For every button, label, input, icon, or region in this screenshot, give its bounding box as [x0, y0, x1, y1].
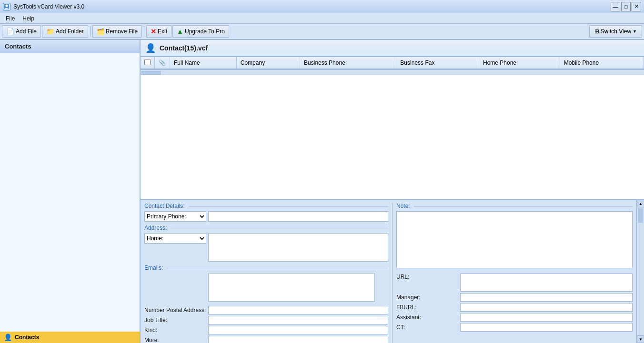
remove-file-button[interactable]: 🗂️ Remove File — [92, 25, 142, 38]
add-folder-icon: 📁 — [46, 28, 54, 35]
sidebar: Contacts 👤 Contacts — [0, 40, 141, 343]
menu-file[interactable]: File — [2, 14, 19, 23]
upgrade-label: Upgrade To Pro — [185, 28, 225, 35]
remove-file-label: Remove File — [106, 28, 138, 35]
window-controls: — □ ✕ — [611, 2, 641, 11]
note-header: Note: — [396, 203, 633, 209]
ct-label: CT: — [396, 324, 458, 331]
col-business-phone-header[interactable]: Business Phone — [300, 57, 396, 69]
job-title-label: Job Title: — [144, 317, 206, 323]
file-header: 👤 Contact(15).vcf — [141, 40, 644, 57]
add-folder-label: Add Folder — [56, 28, 84, 35]
add-folder-button[interactable]: 📁 Add Folder — [42, 25, 88, 38]
job-title-input[interactable] — [208, 316, 388, 324]
kind-input[interactable] — [208, 326, 388, 334]
minimize-button[interactable]: — — [611, 2, 620, 11]
col-fullname-header[interactable]: Full Name — [170, 57, 237, 69]
add-file-icon: 📄 — [6, 28, 14, 35]
col-mobile-phone-header[interactable]: Mobile Phone — [560, 57, 644, 69]
sidebar-footer: 👤 Contacts — [0, 332, 140, 343]
sidebar-footer-icon: 👤 — [4, 333, 12, 341]
col-checkbox-header[interactable] — [141, 57, 155, 69]
scrollbar-thumb[interactable] — [638, 208, 643, 223]
col-home-phone-header[interactable]: Home Phone — [479, 57, 560, 69]
address-header: Address: — [144, 225, 388, 231]
sidebar-content — [0, 53, 140, 332]
horizontal-scrollbar[interactable] — [141, 69, 644, 75]
job-title-row: Job Title: — [144, 316, 388, 324]
h-scrollbar-thumb[interactable] — [141, 71, 161, 75]
primary-phone-input[interactable] — [208, 211, 388, 222]
add-file-label: Add File — [16, 28, 37, 35]
emails-section: Emails: — [144, 265, 388, 303]
number-postal-label: Number Postal Address: — [144, 307, 206, 314]
col-attach-header: 📎 — [155, 57, 170, 69]
contact-details-header: Contact Details: — [144, 203, 388, 209]
address-type-select[interactable]: Home: — [144, 233, 206, 244]
assistant-row: Assistant: — [396, 313, 633, 322]
fburl-row: FBURL: — [396, 303, 633, 312]
url-row: URL: — [396, 274, 633, 292]
kind-row: Kind: — [144, 326, 388, 334]
details-inner: Contact Details: Primary Phone: — [141, 200, 636, 343]
assistant-label: Assistant: — [396, 314, 458, 321]
address-section: Address: Home: — [144, 225, 388, 262]
exit-icon: ✕ — [151, 28, 156, 35]
col-company-header[interactable]: Company — [236, 57, 300, 69]
svg-point-1 — [6, 4, 8, 7]
scroll-down-button[interactable]: ▼ — [637, 335, 644, 343]
note-textarea[interactable] — [396, 211, 633, 268]
right-scrollbar: ▲ ▼ — [636, 200, 644, 343]
exit-button[interactable]: ✕ Exit — [146, 25, 171, 38]
address-textarea[interactable] — [208, 233, 388, 262]
more-row: More: — [144, 336, 388, 343]
emails-textarea[interactable] — [208, 273, 375, 302]
contact-details-section: Contact Details: Primary Phone: — [144, 203, 388, 222]
url-input[interactable] — [460, 274, 633, 292]
app-icon — [3, 3, 10, 10]
menu-bar: File Help — [0, 13, 644, 24]
assistant-input[interactable] — [460, 313, 633, 322]
table-header-row: 📎 Full Name Company Business Phone Busi — [141, 57, 644, 69]
number-postal-input[interactable] — [208, 306, 388, 314]
switch-view-label: Switch View — [601, 28, 631, 35]
contacts-table-container: 📎 Full Name Company Business Phone Busi — [141, 57, 644, 200]
col-business-fax-header[interactable]: Business Fax — [396, 57, 479, 69]
remove-file-icon: 🗂️ — [97, 28, 104, 35]
content-area: 👤 Contact(15).vcf 📎 Full Name — [141, 40, 644, 343]
ct-row: CT: — [396, 323, 633, 332]
sidebar-header: Contacts — [0, 40, 140, 53]
details-left: Contact Details: Primary Phone: — [144, 203, 392, 343]
manager-label: Manager: — [396, 294, 458, 301]
primary-phone-select[interactable]: Primary Phone: — [144, 211, 206, 222]
maximize-button[interactable]: □ — [621, 2, 631, 11]
emails-header: Emails: — [144, 265, 388, 271]
close-button[interactable]: ✕ — [632, 2, 641, 11]
note-section: Note: — [396, 203, 633, 270]
separator-1 — [90, 26, 91, 37]
ct-input[interactable] — [460, 323, 633, 332]
url-label: URL: — [396, 274, 458, 280]
switch-view-button[interactable]: ⊞ Switch View ▼ — [589, 25, 642, 38]
scroll-up-button[interactable]: ▲ — [637, 200, 644, 207]
upgrade-icon: ▲ — [177, 28, 183, 35]
menu-help[interactable]: Help — [19, 14, 38, 23]
switch-view-arrow: ▼ — [633, 29, 637, 34]
fburl-input[interactable] — [460, 303, 633, 312]
add-file-button[interactable]: 📄 Add File — [2, 25, 41, 38]
primary-phone-row: Primary Phone: — [144, 211, 388, 222]
more-input[interactable] — [208, 336, 388, 343]
exit-label: Exit — [158, 28, 167, 35]
manager-input[interactable] — [460, 293, 633, 302]
details-right: Note: URL: Manager: — [392, 203, 633, 343]
toolbar: 📄 Add File 📁 Add Folder 🗂️ Remove File ✕… — [0, 24, 644, 40]
title-bar: SysTools vCard Viewer v3.0 — □ ✕ — [0, 0, 644, 13]
number-postal-row: Number Postal Address: — [144, 306, 388, 314]
upgrade-button[interactable]: ▲ Upgrade To Pro — [172, 25, 229, 38]
select-all-checkbox[interactable] — [144, 59, 151, 65]
main-layout: Contacts 👤 Contacts 👤 Contact(15).vcf — [0, 40, 644, 343]
file-name: Contact(15).vcf — [160, 44, 208, 52]
separator-2 — [144, 26, 144, 37]
scrollbar-track — [637, 207, 644, 335]
file-icon: 👤 — [145, 43, 156, 53]
